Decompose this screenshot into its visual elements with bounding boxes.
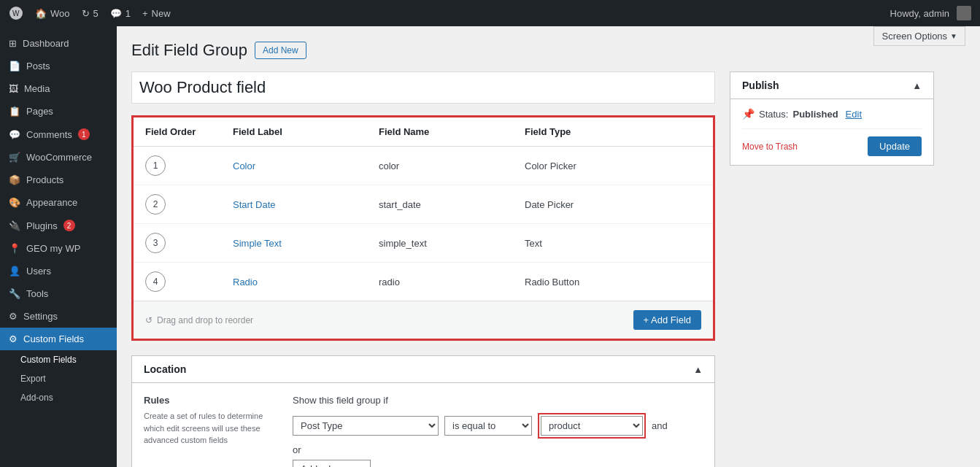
field-name-cell: color	[367, 147, 513, 185]
sidebar-item-plugins[interactable]: 🔌 Plugins 2	[0, 214, 117, 237]
and-label: and	[652, 420, 668, 431]
add-rule-group-button[interactable]: Add rule group	[293, 460, 371, 467]
sidebar-item-posts[interactable]: 📄 Posts	[0, 55, 117, 77]
updates[interactable]: ↻ 5	[82, 8, 99, 19]
location-content: Rules Create a set of rules to determine…	[132, 383, 714, 467]
sidebar-item-woocommerce[interactable]: 🛒 WooCommerce	[0, 146, 117, 169]
publish-title: Publish	[742, 80, 779, 91]
rules-description: Create a set of rules to determine which…	[144, 410, 275, 447]
wp-logo[interactable]: W	[9, 6, 23, 20]
location-box: Location ▲ Rules Create a set of rules t…	[131, 355, 715, 467]
submenu-item-custom-fields[interactable]: Custom Fields	[0, 350, 117, 369]
field-name-cell: radio	[367, 263, 513, 301]
condition-value-select[interactable]: product post page	[541, 416, 643, 436]
new-content[interactable]: + New	[142, 8, 171, 19]
screen-options-button[interactable]: Screen Options ▼	[873, 26, 965, 46]
field-label-cell: Simple Text	[221, 224, 367, 263]
plugins-badge: 2	[63, 220, 75, 231]
chevron-down-icon: ▼	[950, 32, 957, 40]
sidebar-item-media[interactable]: 🖼 Media	[0, 77, 117, 100]
sidebar-item-appearance[interactable]: 🎨 Appearance	[0, 191, 117, 214]
order-circle: 3	[145, 233, 166, 253]
status-value: Published	[792, 109, 838, 120]
sidebar-item-settings[interactable]: ⚙ Settings	[0, 305, 117, 328]
users-icon: 👤	[9, 266, 20, 277]
updates-icon: ↻	[82, 8, 90, 19]
move-to-trash-link[interactable]: Move to Trash	[742, 142, 798, 152]
field-label-link[interactable]: Simple Text	[233, 238, 282, 249]
home-icon: 🏠	[35, 8, 47, 19]
status-icon: 📌	[742, 108, 755, 120]
appearance-icon: 🎨	[9, 197, 20, 208]
field-label-link[interactable]: Color	[233, 161, 255, 171]
sidebar: ⊞ Dashboard 📄 Posts 🖼 Media 📋 Pages 💬 Co…	[0, 26, 117, 467]
publish-content: 📌 Status: Published Edit Move to Trash U…	[730, 99, 933, 165]
post-type-select[interactable]: Post Type Post Page	[293, 416, 439, 436]
field-label-cell: Start Date	[221, 185, 367, 224]
fields-footer: ↺ Drag and drop to reorder + Add Field	[134, 301, 713, 339]
sidebar-item-products[interactable]: 📦 Products	[0, 169, 117, 191]
location-collapse-icon: ▲	[693, 364, 703, 375]
field-name-cell: simple_text	[367, 224, 513, 263]
comments-adminbar[interactable]: 💬 1	[110, 8, 131, 19]
add-field-button[interactable]: + Add Field	[633, 310, 701, 330]
condition-row: Post Type Post Page is equal to is not e…	[293, 413, 703, 439]
field-label-link[interactable]: Start Date	[233, 199, 276, 210]
comment-icon: 💬	[110, 8, 122, 19]
col-header-order: Field Order	[134, 117, 221, 147]
sidebar-item-pages[interactable]: 📋 Pages	[0, 100, 117, 123]
field-order-cell: 3	[134, 224, 221, 263]
table-row: 1 Color color Color Picker	[134, 147, 713, 185]
edit-status-link[interactable]: Edit	[846, 109, 862, 120]
sidebar-item-geo-my-wp[interactable]: 📍 GEO my WP	[0, 237, 117, 260]
field-group-title-input[interactable]	[131, 72, 715, 104]
field-order-cell: 4	[134, 263, 221, 301]
col-header-name: Field Name	[367, 117, 513, 147]
plus-icon: +	[142, 8, 148, 19]
site-name[interactable]: 🏠 Woo	[35, 8, 70, 19]
field-type-cell: Radio Button	[513, 263, 713, 301]
publish-box: Publish ▲ 📌 Status: Published Edit	[730, 72, 934, 166]
update-button[interactable]: Update	[868, 136, 922, 156]
location-conditions: Show this field group if Post Type Post …	[293, 395, 703, 467]
show-if-label: Show this field group if	[293, 395, 703, 406]
submenu-item-add-ons[interactable]: Add-ons	[0, 388, 117, 407]
location-title: Location	[144, 363, 186, 375]
svg-text:W: W	[12, 9, 20, 18]
sidebar-item-users[interactable]: 👤 Users	[0, 260, 117, 282]
screen-options-area: Screen Options ▼	[873, 26, 965, 46]
sidebar-item-comments[interactable]: 💬 Comments 1	[0, 123, 117, 146]
products-icon: 📦	[9, 174, 20, 185]
plugins-icon: 🔌	[9, 220, 20, 231]
sidebar-item-custom-fields[interactable]: ⚙ Custom Fields	[0, 328, 117, 350]
order-circle: 1	[145, 155, 166, 176]
order-circle: 4	[145, 271, 166, 292]
field-type-cell: Date Picker	[513, 185, 713, 224]
submenu-item-export[interactable]: Export	[0, 369, 117, 388]
page-title-area: Edit Field Group Add New	[131, 41, 934, 60]
custom-fields-icon: ⚙	[9, 333, 18, 344]
howdy-text: Howdy, admin	[890, 8, 949, 19]
media-icon: 🖼	[9, 83, 18, 94]
add-new-button[interactable]: Add New	[255, 42, 306, 59]
operator-select[interactable]: is equal to is not equal to	[444, 416, 532, 436]
tools-icon: 🔧	[9, 288, 20, 299]
dashboard-icon: ⊞	[9, 38, 17, 49]
sidebar-item-dashboard[interactable]: ⊞ Dashboard	[0, 32, 117, 55]
main-content: Edit Field Group Add New Field Order Fie…	[117, 26, 980, 467]
field-label-link[interactable]: Radio	[233, 277, 258, 287]
table-row: 3 Simple Text simple_text Text	[134, 224, 713, 263]
woocommerce-icon: 🛒	[9, 152, 20, 163]
drag-hint: ↺ Drag and drop to reorder	[145, 315, 253, 325]
content-sidebar: Publish ▲ 📌 Status: Published Edit	[730, 72, 934, 467]
publish-header[interactable]: Publish ▲	[730, 72, 933, 99]
location-header[interactable]: Location ▲	[132, 356, 714, 383]
table-row: 2 Start Date start_date Date Picker	[134, 185, 713, 224]
pages-icon: 📋	[9, 106, 20, 117]
field-label-cell: Color	[221, 147, 367, 185]
condition-value-box: product post page	[538, 413, 646, 439]
field-order-cell: 2	[134, 185, 221, 224]
field-type-cell: Color Picker	[513, 147, 713, 185]
sidebar-item-tools[interactable]: 🔧 Tools	[0, 282, 117, 305]
publish-status: 📌 Status: Published Edit	[742, 108, 922, 120]
